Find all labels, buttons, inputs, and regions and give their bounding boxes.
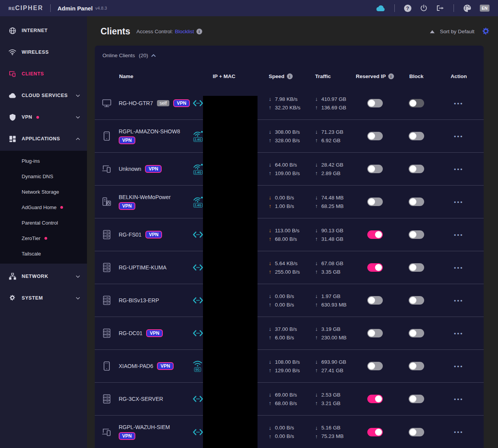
action-cell: ••• <box>434 264 484 271</box>
vpn-badge: VPN <box>119 202 135 210</box>
submenu-item-network-storage[interactable]: Network Storage <box>0 184 87 199</box>
more-actions-button[interactable]: ••• <box>454 396 464 402</box>
sidebar-item-label: CLOUD SERVICES <box>22 93 68 98</box>
block-toggle[interactable] <box>409 198 424 206</box>
chevron-down-icon <box>76 297 80 300</box>
access-control-link[interactable]: Blocklist <box>175 29 194 34</box>
more-actions-button[interactable]: ••• <box>454 264 464 271</box>
submenu-item-tailscale[interactable]: Tailscale <box>0 246 87 261</box>
device-icon-cell <box>95 428 119 437</box>
download-arrow-icon: ↓ <box>315 392 318 398</box>
more-actions-button[interactable]: ••• <box>454 429 464 435</box>
block-cell <box>399 395 434 403</box>
toggle-knob <box>375 395 382 402</box>
submenu-item-parental-control[interactable]: Parental Control <box>0 215 87 230</box>
block-toggle[interactable] <box>409 362 424 370</box>
speed-up-value: 255.00 B/s <box>275 269 300 275</box>
speed-down-value: 0.00 B/s <box>275 293 294 299</box>
sidebar-item-network[interactable]: NETWORK <box>0 267 87 285</box>
sort-direction-icon[interactable] <box>430 30 435 33</box>
action-cell: ••• <box>434 232 484 238</box>
more-actions-button[interactable]: ••• <box>454 199 464 205</box>
sort-label[interactable]: Sort by Default <box>440 29 474 34</box>
sidebar-item-internet[interactable]: INTERNET <box>0 22 87 39</box>
block-toggle[interactable] <box>409 99 424 107</box>
cloud-icon[interactable] <box>376 5 385 12</box>
sidebar-item-vpn[interactable]: VPN <box>0 108 87 126</box>
table-row: XIAOMI-PAD6 VPN 5G <box>95 350 484 383</box>
collapse-chevron-icon[interactable] <box>151 54 156 57</box>
more-actions-button[interactable]: ••• <box>454 166 464 172</box>
table-row: RG-HO-GTR7 self VPN <box>95 87 484 120</box>
traffic-up-value: 2.89 GB <box>321 170 341 176</box>
block-toggle[interactable] <box>409 329 424 337</box>
reserved-ip-toggle[interactable] <box>367 263 383 272</box>
toggle-knob <box>368 330 375 337</box>
reserved-ip-toggle[interactable] <box>367 395 383 403</box>
theme-palette-icon[interactable] <box>463 4 471 12</box>
reserved-ip-toggle[interactable] <box>367 132 383 140</box>
reserved-ip-toggle[interactable] <box>367 198 383 206</box>
block-toggle[interactable] <box>409 165 424 173</box>
reserved-ip-cell <box>351 99 399 107</box>
submenu-item-adguard-home[interactable]: AdGuard Home <box>0 199 87 215</box>
traffic-up-value: 3.21 GB <box>321 400 341 406</box>
more-actions-button[interactable]: ••• <box>454 100 464 107</box>
client-name: RG-DC01 <box>119 330 142 336</box>
block-toggle[interactable] <box>409 263 424 272</box>
sidebar-item-cloud-services[interactable]: CLOUD SERVICES <box>0 87 87 104</box>
more-actions-button[interactable]: ••• <box>454 133 464 140</box>
block-toggle[interactable] <box>409 296 424 305</box>
traffic-down-value: 90.13 GB <box>321 228 343 233</box>
speed-up-value: 109.00 B/s <box>275 170 300 176</box>
more-actions-button[interactable]: ••• <box>454 232 464 238</box>
reserved-ip-toggle[interactable] <box>367 428 383 436</box>
column-header-block: Block <box>399 73 434 79</box>
reserved-ip-toggle[interactable] <box>367 296 383 305</box>
settings-gear-icon[interactable] <box>481 27 490 36</box>
traffic-down-value: 1.97 GB <box>321 293 341 299</box>
block-toggle[interactable] <box>409 230 424 239</box>
upload-arrow-icon: ↑ <box>315 137 318 143</box>
language-badge[interactable]: EN <box>480 5 489 12</box>
reserved-ip-toggle[interactable] <box>367 362 383 370</box>
submenu-item-zerotier[interactable]: ZeroTier <box>0 230 87 246</box>
power-icon[interactable] <box>420 4 428 12</box>
block-toggle[interactable] <box>409 132 424 140</box>
more-actions-button[interactable]: ••• <box>454 363 464 370</box>
block-toggle[interactable] <box>409 395 424 403</box>
reserved-ip-cell <box>351 132 399 140</box>
logout-icon[interactable] <box>436 5 444 12</box>
download-arrow-icon: ↓ <box>269 162 271 168</box>
sidebar-item-clients[interactable]: CLIENTS <box>0 65 87 83</box>
wifi-connection-icon <box>193 196 203 203</box>
reserved-ip-toggle[interactable] <box>367 230 383 239</box>
block-toggle[interactable] <box>409 428 424 436</box>
server-icon <box>102 295 111 305</box>
reserved-ip-toggle[interactable] <box>367 165 383 173</box>
download-arrow-icon: ↓ <box>269 392 271 398</box>
device-icon-cell <box>95 164 119 174</box>
traffic-up-value: 75.23 MB <box>321 433 344 439</box>
reserved-ip-toggle[interactable] <box>367 99 383 107</box>
download-arrow-icon: ↓ <box>315 194 318 201</box>
sidebar-item-applications[interactable]: APPLICATIONS <box>0 130 87 148</box>
more-actions-button[interactable]: ••• <box>454 330 464 337</box>
traffic-cell: ↓71.23 GB ↑6.92 GB <box>304 129 351 143</box>
reserved-ip-cell <box>351 263 399 272</box>
device-icon-cell <box>95 328 119 338</box>
download-arrow-icon: ↓ <box>269 326 271 332</box>
wifi-connection-icon <box>193 130 203 137</box>
submenu-item-dynamic-dns[interactable]: Dynamic DNS <box>0 169 87 184</box>
help-icon[interactable]: ? <box>404 5 411 12</box>
info-icon[interactable]: i <box>287 73 293 79</box>
upload-arrow-icon: ↑ <box>269 170 271 176</box>
info-icon[interactable]: i <box>196 29 202 34</box>
download-arrow-icon: ↓ <box>269 293 271 299</box>
more-actions-button[interactable]: ••• <box>454 297 464 304</box>
info-icon[interactable]: i <box>388 73 394 79</box>
submenu-item-plug-ins[interactable]: Plug-ins <box>0 153 87 169</box>
sidebar-item-system[interactable]: SYSTEM <box>0 289 87 307</box>
reserved-ip-toggle[interactable] <box>367 329 383 337</box>
sidebar-item-wireless[interactable]: WIRELESS <box>0 43 87 61</box>
